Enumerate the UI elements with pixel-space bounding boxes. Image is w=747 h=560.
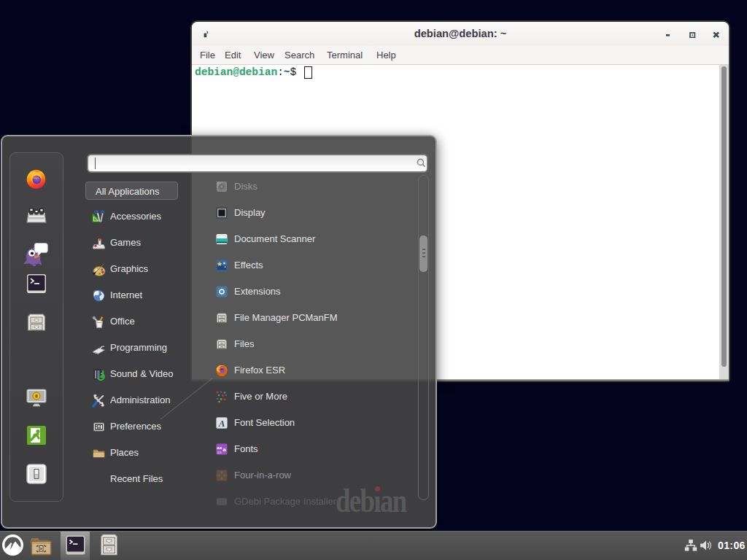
svg-text:A: A — [218, 418, 225, 429]
svg-text:aa: aa — [217, 449, 222, 455]
svg-text:a: a — [222, 446, 226, 453]
